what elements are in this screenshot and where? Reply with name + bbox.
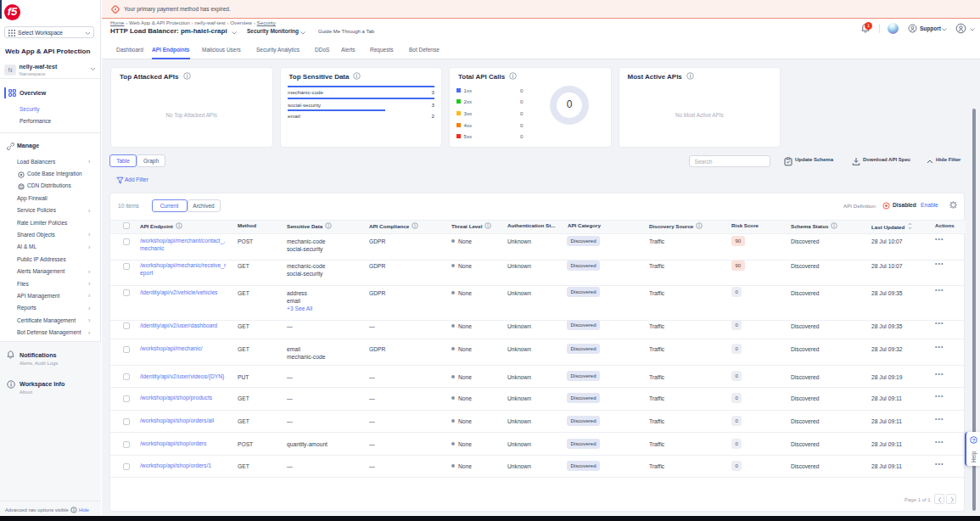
svg-text:?: ? (972, 438, 976, 443)
